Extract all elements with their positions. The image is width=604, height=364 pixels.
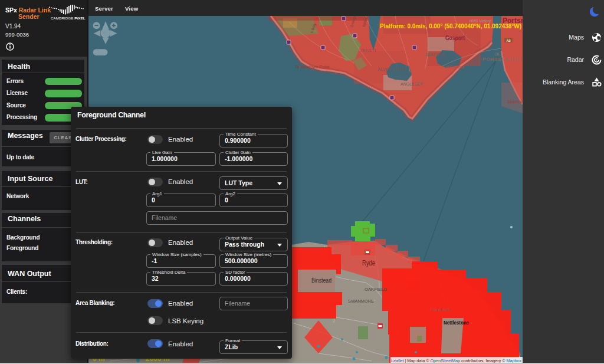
svg-text:Pondwell: Pondwell: [431, 307, 450, 312]
svg-text:HMS Alliance: HMS Alliance: [445, 65, 464, 69]
svg-text:Ryde: Ryde: [362, 259, 375, 267]
svg-text:Platform: 0.0m/s, 0.00° (50.74: Platform: 0.0m/s, 0.00° (50.740040°N, 01…: [380, 22, 521, 29]
svg-text:ALVERSTOKE: ALVERSTOKE: [378, 67, 407, 72]
svg-text:Nettlestone: Nettlestone: [444, 319, 469, 326]
svg-text:SEAFIELD: SEAFIELD: [425, 53, 445, 57]
svg-text:Binstead: Binstead: [311, 277, 331, 284]
svg-text:A3: A3: [506, 39, 510, 42]
svg-text:PRIVETT: PRIVETT: [360, 48, 376, 53]
svg-text:Souths: Souths: [507, 99, 522, 104]
svg-text:Browndown Point: Browndown Point: [296, 64, 330, 70]
svg-text:Gosport: Gosport: [445, 34, 465, 41]
svg-text:SWANMORE: SWANMORE: [348, 299, 374, 304]
svg-text:ANGLESEY: ANGLESEY: [401, 82, 423, 86]
svg-text:PORTSMOUTH: PORTSMOUTH: [482, 57, 521, 62]
svg-text:OAKFIELD: OAKFIELD: [365, 287, 388, 292]
